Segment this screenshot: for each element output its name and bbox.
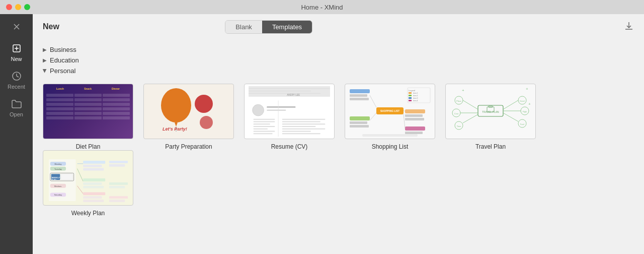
svg-rect-21 xyxy=(267,110,286,111)
tab-templates[interactable]: Templates xyxy=(262,21,312,33)
tab-blank[interactable]: Blank xyxy=(225,21,262,33)
svg-rect-26 xyxy=(254,129,268,130)
template-diet-plan[interactable]: Lunch Snack Dinner xyxy=(43,84,133,150)
chevron-right-icon: ▶ xyxy=(43,47,47,52)
sidebar-item-open[interactable]: Open xyxy=(0,94,33,121)
svg-rect-121 xyxy=(109,186,125,188)
party-svg: Let's Party! xyxy=(148,86,229,137)
svg-rect-59 xyxy=(405,114,423,117)
svg-text:Time: Time xyxy=(457,125,462,128)
svg-rect-58 xyxy=(405,109,425,113)
svg-rect-27 xyxy=(254,131,275,132)
template-thumb-travel: TRAVEL PLAN Place Cost xyxy=(445,84,536,139)
svg-rect-20 xyxy=(267,106,295,108)
template-party-preparation[interactable]: Let's Party! Party Preparation xyxy=(143,84,234,150)
svg-line-64 xyxy=(404,114,405,129)
page-title: New xyxy=(43,22,59,31)
svg-point-12 xyxy=(195,95,213,113)
svg-line-85 xyxy=(503,113,518,121)
template-shopping-list[interactable]: Legend item 1 item 2 item 3 item 4 SHOP xyxy=(345,84,435,150)
svg-rect-46 xyxy=(409,100,412,101)
svg-rect-33 xyxy=(282,129,326,130)
svg-text:Let's Party!: Let's Party! xyxy=(163,126,187,132)
diet-row xyxy=(46,98,130,101)
diet-header: Lunch Snack Dinner xyxy=(46,87,130,90)
template-thumb-resume: AVERY LEE xyxy=(244,84,335,139)
svg-rect-40 xyxy=(409,92,412,94)
svg-rect-54 xyxy=(350,116,370,120)
title-bar: Home - XMind xyxy=(0,0,644,14)
sidebar-item-new[interactable]: New xyxy=(0,38,33,66)
svg-point-10 xyxy=(161,88,191,122)
svg-text:Wednes.: Wednes. xyxy=(54,185,62,187)
svg-text:Saturday: Saturday xyxy=(54,194,62,196)
category-education[interactable]: ▶ Education xyxy=(43,55,634,66)
svg-line-79 xyxy=(503,100,518,109)
svg-text:AVERY LEE: AVERY LEE xyxy=(287,94,300,96)
svg-rect-24 xyxy=(254,123,270,124)
svg-rect-97 xyxy=(61,174,72,180)
category-business[interactable]: ▶ Business xyxy=(43,44,634,55)
svg-line-57 xyxy=(370,113,376,120)
svg-rect-108 xyxy=(83,182,102,185)
sidebar-item-recent[interactable]: Recent xyxy=(0,66,33,94)
svg-line-61 xyxy=(404,110,405,111)
svg-text:+: + xyxy=(526,87,528,91)
svg-rect-22 xyxy=(254,119,275,120)
svg-text:Hotel: Hotel xyxy=(520,100,524,102)
svg-rect-52 xyxy=(350,98,369,100)
svg-rect-29 xyxy=(282,119,326,120)
clock-icon xyxy=(11,70,23,82)
diet-row xyxy=(46,112,130,115)
svg-rect-34 xyxy=(282,131,311,132)
svg-rect-50 xyxy=(350,89,370,93)
category-personal[interactable]: ▶ Personal xyxy=(43,66,634,76)
svg-rect-118 xyxy=(109,161,128,163)
svg-rect-35 xyxy=(282,133,320,134)
svg-text:Monday: Monday xyxy=(55,163,62,165)
svg-rect-119 xyxy=(109,164,125,167)
svg-rect-51 xyxy=(350,94,367,97)
svg-line-76 xyxy=(463,114,478,123)
template-weekly-plan[interactable]: WEEKLY PLAN Monday Tuesday xyxy=(43,150,133,217)
svg-text:Tuesday: Tuesday xyxy=(54,168,62,170)
svg-text:item 3: item 3 xyxy=(413,97,418,99)
svg-rect-104 xyxy=(83,165,102,167)
window-title: Home - XMind xyxy=(301,4,343,11)
svg-point-19 xyxy=(253,104,264,116)
chevron-down-icon: ▶ xyxy=(42,69,48,73)
svg-line-70 xyxy=(463,100,478,109)
travel-svg: TRAVEL PLAN Place Cost xyxy=(448,85,533,138)
maximize-button[interactable] xyxy=(24,4,30,10)
svg-text:item 1: item 1 xyxy=(413,92,418,94)
template-label-party: Party Preparation xyxy=(165,143,212,150)
template-thumb-weekly: WEEKLY PLAN Monday Tuesday xyxy=(43,150,133,206)
category-personal-label: Personal xyxy=(50,67,75,75)
download-button[interactable] xyxy=(624,21,634,33)
svg-text:Cost: Cost xyxy=(454,112,459,115)
traffic-lights xyxy=(6,4,30,10)
close-button[interactable] xyxy=(6,4,12,10)
sidebar-recent-label: Recent xyxy=(8,84,25,90)
sidebar: New Recent Open xyxy=(0,14,33,254)
svg-point-13 xyxy=(200,116,213,129)
svg-text:Place: Place xyxy=(456,100,462,102)
template-travel-plan[interactable]: TRAVEL PLAN Place Cost xyxy=(445,84,536,150)
svg-rect-69 xyxy=(489,106,493,107)
template-label-shopping: Shopping List xyxy=(372,143,409,150)
svg-rect-56 xyxy=(350,125,369,128)
close-panel-button[interactable] xyxy=(9,19,24,34)
header: New Blank Templates xyxy=(33,14,644,39)
minimize-button[interactable] xyxy=(15,4,21,10)
template-label-weekly: Weekly Plan xyxy=(71,210,105,217)
template-resume-cv[interactable]: AVERY LEE Resume (CV) xyxy=(244,84,335,150)
scroll-area[interactable]: ▶ Business ▶ Education ▶ Personal Lunch xyxy=(33,39,644,254)
folder-icon xyxy=(11,98,23,110)
template-thumb-party: Let's Party! xyxy=(143,84,234,139)
svg-rect-113 xyxy=(83,192,105,195)
template-label-diet: Diet Plan xyxy=(76,143,101,150)
svg-rect-123 xyxy=(109,200,125,202)
template-label-resume: Resume (CV) xyxy=(271,143,308,150)
svg-rect-42 xyxy=(409,95,412,96)
content-area: New Blank Templates ▶ Business ▶ xyxy=(33,14,644,254)
